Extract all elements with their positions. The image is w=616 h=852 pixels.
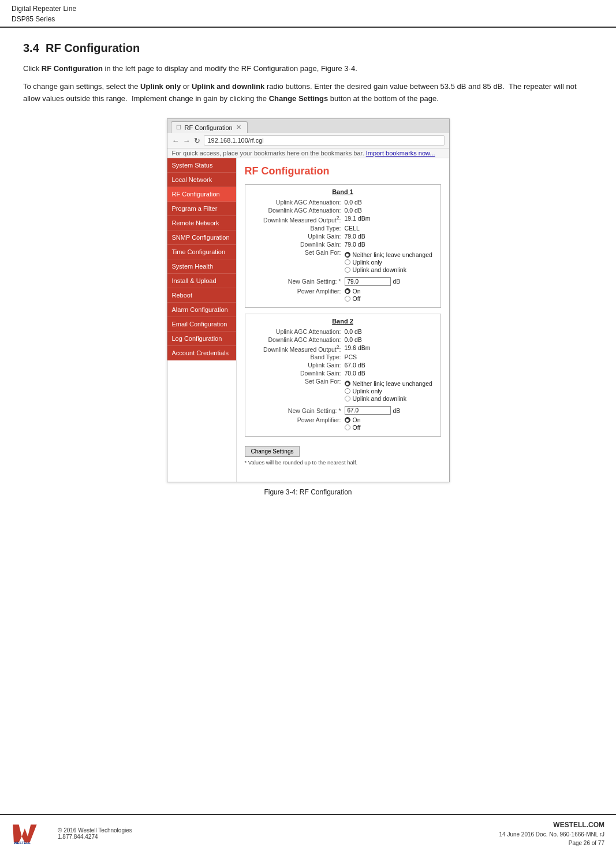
band1-pa-on-label: On xyxy=(353,288,361,295)
band1-power-amp-row: Power Amplifier: On Off xyxy=(251,288,435,303)
band2-band-type-value: PCS xyxy=(345,354,435,360)
sidebar-item-email-configuration[interactable]: Email Configuration xyxy=(167,317,236,332)
band2-radio-neither-dot[interactable] xyxy=(345,381,350,386)
band1-radio-both-dot[interactable] xyxy=(345,267,350,273)
change-settings-button[interactable]: Change Settings xyxy=(245,446,300,457)
band2-band-type-label: Band Type: xyxy=(251,354,345,360)
sidebar-item-snmp-configuration[interactable]: SNMP Configuration xyxy=(167,230,236,245)
sidebar-item-reboot[interactable]: Reboot xyxy=(167,288,236,303)
band2-box: Band 2 Uplink AGC Attenuation: 0.0 dB Do… xyxy=(245,314,441,437)
band1-gain-unit: dB xyxy=(393,278,401,285)
band2-downlink-agc-row: Downlink AGC Attenuation: 0.0 dB xyxy=(251,336,435,343)
band1-radio-neither-dot[interactable] xyxy=(345,252,350,258)
band2-radio-both: Uplink and downlink xyxy=(345,395,435,402)
browser-tab[interactable]: ☐ RF Configuration ✕ xyxy=(171,121,248,133)
band1-uplink-agc-row: Uplink AGC Attenuation: 0.0 dB xyxy=(251,199,435,206)
band2-radio-both-dot[interactable] xyxy=(345,396,350,401)
band1-radio-neither: Neither link; leave unchanged xyxy=(345,251,435,258)
band1-set-gain-options: Neither link; leave unchanged Uplink onl… xyxy=(345,249,435,276)
band2-set-gain-options: Neither link; leave unchanged Uplink onl… xyxy=(345,378,435,404)
sidebar-item-account-credentials[interactable]: Account Credentials xyxy=(167,346,236,360)
import-bookmarks-link[interactable]: Import bookmarks now... xyxy=(366,150,435,157)
band2-pa-off-row: Off xyxy=(345,424,435,431)
sidebar-item-system-status[interactable]: System Status xyxy=(167,158,236,173)
band1-pa-off-dot[interactable] xyxy=(345,296,350,302)
bookmarks-bar: For quick access, place your bookmarks h… xyxy=(167,148,449,158)
rf-config-title: RF Configuration xyxy=(245,165,441,177)
band2-downlink-measured-row: Downlink Measured Output2: 19.6 dBm xyxy=(251,344,435,353)
band2-new-gain-input-area: dB xyxy=(345,406,435,415)
band2-set-gain-row: Set Gain For: Neither link; leave unchan… xyxy=(251,378,435,404)
band1-radio-both: Uplink and downlink xyxy=(345,266,435,273)
footer-page: Page 26 of 77 xyxy=(499,839,604,847)
band2-downlink-measured-value: 19.6 dBm xyxy=(345,344,435,353)
band1-pa-off-row: Off xyxy=(345,295,435,302)
figure-caption: Figure 3-4: RF Configuration xyxy=(23,488,593,496)
band1-radio-uplink-dot[interactable] xyxy=(345,259,350,265)
band2-radio-uplink-dot[interactable] xyxy=(345,388,350,394)
band2-gain-input[interactable] xyxy=(345,406,391,415)
band2-uplink-agc-value: 0.0 dB xyxy=(345,328,435,335)
document-footer: WESTELL © 2016 Westell Technologies 1.87… xyxy=(0,814,616,852)
sidebar-item-program-filter[interactable]: Program a Filter xyxy=(167,202,236,216)
band1-pa-on-dot[interactable] xyxy=(345,288,350,294)
band2-power-amp-row: Power Amplifier: On Off xyxy=(251,416,435,431)
sidebar-item-time-configuration[interactable]: Time Configuration xyxy=(167,245,236,259)
svg-text:WESTELL: WESTELL xyxy=(14,841,31,844)
footer-logo-area: WESTELL © 2016 Westell Technologies 1.87… xyxy=(12,823,132,844)
band1-radio-group: Neither link; leave unchanged Uplink onl… xyxy=(345,251,435,273)
sidebar-item-rf-configuration[interactable]: RF Configuration xyxy=(167,187,236,202)
section-title: 3.4 RF Configuration xyxy=(23,42,593,55)
sidebar-item-log-configuration[interactable]: Log Configuration xyxy=(167,332,236,346)
band2-power-amp-options: On Off xyxy=(345,416,435,431)
band1-radio-both-label: Uplink and downlink xyxy=(353,266,406,273)
url-bar[interactable]: 192.168.1.100/rf.cgi xyxy=(204,135,445,146)
sidebar-item-install-upload[interactable]: Install & Upload xyxy=(167,274,236,288)
band1-downlink-agc-label: Downlink AGC Attenuation: xyxy=(251,207,345,214)
browser-tab-bar: ☐ RF Configuration ✕ xyxy=(167,119,449,133)
band1-new-gain-row: New Gain Setting: * dB xyxy=(251,277,435,286)
tab-close-icon[interactable]: ✕ xyxy=(236,124,241,131)
band2-pa-off-label: Off xyxy=(353,424,361,431)
footer-right-area: WESTELL.COM 14 June 2016 Doc. No. 960-16… xyxy=(499,820,604,847)
band1-downlink-measured-label: Downlink Measured Output2: xyxy=(251,215,345,224)
intro-paragraph-1: Click RF Configuration in the left page … xyxy=(23,63,593,75)
band2-uplink-gain-label: Uplink Gain: xyxy=(251,362,345,369)
sidebar-item-remote-network[interactable]: Remote Network xyxy=(167,216,236,230)
sidebar-item-local-network[interactable]: Local Network xyxy=(167,173,236,187)
band1-set-gain-label: Set Gain For: xyxy=(251,249,345,276)
band2-power-amp-label: Power Amplifier: xyxy=(251,416,345,431)
band2-pa-on-dot[interactable] xyxy=(345,417,350,423)
band2-radio-group: Neither link; leave unchanged Uplink onl… xyxy=(345,380,435,402)
band1-downlink-measured-row: Downlink Measured Output2: 19.1 dBm xyxy=(251,215,435,224)
back-button[interactable]: ← xyxy=(172,136,180,145)
header-line1: Digital Repeater Line xyxy=(12,3,76,14)
rf-config-content: RF Configuration Band 1 Uplink AGC Atten… xyxy=(237,158,449,482)
band1-radio-neither-label: Neither link; leave unchanged xyxy=(353,251,432,258)
band1-downlink-gain-label: Downlink Gain: xyxy=(251,241,345,248)
band2-gain-unit: dB xyxy=(393,407,401,414)
band1-uplink-agc-label: Uplink AGC Attenuation: xyxy=(251,199,345,206)
band2-uplink-agc-row: Uplink AGC Attenuation: 0.0 dB xyxy=(251,328,435,335)
band2-radio-uplink-label: Uplink only xyxy=(353,388,382,395)
band1-pa-off-label: Off xyxy=(353,295,361,302)
bookmarks-text: For quick access, place your bookmarks h… xyxy=(172,150,364,157)
band1-set-gain-row: Set Gain For: Neither link; leave unchan… xyxy=(251,249,435,276)
browser-frame: ☐ RF Configuration ✕ ← → ↻ 192.168.1.100… xyxy=(167,118,450,482)
band2-title: Band 2 xyxy=(251,318,435,325)
footnote: * Values will be rounded up to the neare… xyxy=(245,459,441,466)
band2-pa-on-row: On xyxy=(345,416,435,423)
sidebar-item-system-health[interactable]: System Health xyxy=(167,259,236,274)
footer-phone: 1.877.844.4274 xyxy=(58,834,132,840)
forward-button[interactable]: → xyxy=(183,136,191,145)
band1-downlink-gain-row: Downlink Gain: 79.0 dB xyxy=(251,241,435,248)
sidebar-item-alarm-configuration[interactable]: Alarm Configuration xyxy=(167,303,236,317)
band1-gain-input[interactable] xyxy=(345,277,391,286)
band2-pa-off-dot[interactable] xyxy=(345,425,350,430)
intro-paragraph-2: To change gain settings, select the Upli… xyxy=(23,81,593,105)
footer-left-text-area: © 2016 Westell Technologies 1.877.844.42… xyxy=(58,827,132,840)
band2-uplink-gain-value: 67.0 dB xyxy=(345,362,435,369)
band1-power-amp-options: On Off xyxy=(345,288,435,303)
refresh-button[interactable]: ↻ xyxy=(194,136,200,145)
band1-band-type-row: Band Type: CELL xyxy=(251,225,435,232)
